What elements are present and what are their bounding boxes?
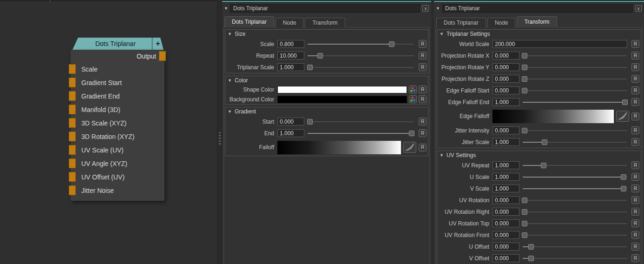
slider-handle[interactable]	[522, 88, 527, 93]
tab-node[interactable]: Node	[487, 18, 516, 27]
slider[interactable]	[523, 87, 627, 94]
group-header[interactable]: ▼ Color	[225, 76, 428, 85]
reset-button[interactable]: R	[631, 196, 639, 204]
color-swatch[interactable]	[277, 86, 407, 93]
value-input[interactable]	[277, 118, 304, 125]
slider[interactable]	[523, 162, 627, 169]
value-input[interactable]	[493, 231, 519, 239]
slider-handle[interactable]	[621, 186, 626, 191]
reset-button[interactable]: R	[419, 86, 427, 93]
dots-triplanar-node[interactable]: Dots Triplanar + Output Scale Gradient S…	[71, 38, 164, 201]
slider-handle[interactable]	[622, 99, 628, 105]
splitter-grip[interactable]	[219, 132, 221, 145]
input-port[interactable]	[69, 158, 76, 168]
input-port[interactable]	[69, 64, 76, 74]
slider-handle[interactable]	[389, 41, 394, 47]
reset-button[interactable]: R	[631, 98, 639, 106]
slider[interactable]	[308, 119, 414, 125]
input-port[interactable]	[69, 91, 76, 101]
curve-editor-icon[interactable]	[403, 142, 416, 153]
collapse-triangle-icon[interactable]: ▼	[434, 6, 442, 11]
color-swatch[interactable]	[277, 96, 407, 103]
slider[interactable]	[523, 76, 627, 82]
reset-button[interactable]: R	[419, 129, 427, 137]
reset-button[interactable]: R	[631, 254, 639, 262]
input-port[interactable]	[69, 118, 76, 128]
output-port[interactable]	[159, 51, 166, 61]
group-header[interactable]: ▼ Size	[225, 30, 428, 38]
reset-button[interactable]: R	[631, 63, 639, 71]
collapse-triangle-icon[interactable]: ▼	[228, 78, 232, 83]
panel-splitter[interactable]	[217, 0, 222, 264]
group-header[interactable]: ▼ Gradient	[225, 107, 428, 116]
slider-handle[interactable]	[542, 139, 547, 145]
slider-handle[interactable]	[522, 76, 527, 82]
node-graph-canvas[interactable]: Dots Triplanar + Output Scale Gradient S…	[0, 3, 217, 264]
slider-handle[interactable]	[522, 198, 527, 203]
value-input[interactable]	[493, 52, 519, 59]
reset-button[interactable]: R	[419, 118, 427, 125]
slider-handle[interactable]	[409, 131, 414, 136]
value-input[interactable]	[493, 40, 627, 48]
slider-handle[interactable]	[522, 209, 527, 215]
value-input[interactable]	[493, 243, 519, 251]
value-input[interactable]	[493, 185, 519, 192]
reset-button[interactable]: R	[419, 144, 427, 152]
tab-transform[interactable]: Transform	[517, 16, 557, 27]
slider[interactable]	[308, 130, 414, 137]
slider-handle[interactable]	[307, 65, 313, 70]
value-input[interactable]	[277, 52, 304, 59]
slider-handle[interactable]	[621, 174, 626, 180]
reset-button[interactable]: R	[631, 86, 639, 94]
reset-button[interactable]: R	[419, 40, 427, 48]
input-port[interactable]	[69, 105, 76, 114]
reset-button[interactable]: R	[631, 185, 639, 192]
reset-button[interactable]: R	[631, 231, 639, 239]
reset-button[interactable]: R	[631, 161, 639, 169]
color-picker-icon[interactable]	[409, 95, 417, 103]
falloff-gradient-bar[interactable]	[277, 141, 401, 154]
reset-button[interactable]: R	[631, 126, 639, 134]
close-icon[interactable]: x	[422, 5, 429, 12]
slider-handle[interactable]	[307, 119, 313, 125]
slider-handle[interactable]	[317, 53, 323, 59]
slider-handle[interactable]	[522, 65, 527, 70]
reset-button[interactable]: R	[631, 75, 639, 83]
falloff-gradient-bar[interactable]	[493, 110, 614, 123]
reset-button[interactable]: R	[631, 208, 639, 216]
slider-handle[interactable]	[541, 163, 546, 168]
slider[interactable]	[523, 185, 627, 192]
slider[interactable]	[523, 220, 627, 227]
reset-button[interactable]: R	[631, 243, 639, 251]
value-input[interactable]	[493, 75, 519, 83]
value-input[interactable]	[493, 173, 519, 181]
tab-dots-triplanar[interactable]: Dots Triplanar	[436, 18, 486, 27]
value-input[interactable]	[277, 63, 304, 71]
reset-button[interactable]: R	[631, 219, 639, 227]
group-header[interactable]: ▼ UV Settings	[437, 151, 641, 159]
slider-handle[interactable]	[522, 53, 527, 59]
collapse-triangle-icon[interactable]: ▼	[228, 109, 232, 114]
reset-button[interactable]: R	[419, 63, 427, 71]
value-input[interactable]	[493, 98, 519, 106]
slider[interactable]	[523, 244, 627, 250]
slider-handle[interactable]	[522, 232, 527, 238]
reset-button[interactable]: R	[631, 138, 639, 146]
add-port-button[interactable]: +	[152, 38, 164, 50]
collapse-triangle-icon[interactable]: ▼	[440, 32, 444, 36]
curve-editor-icon[interactable]	[616, 111, 629, 122]
slider[interactable]	[523, 232, 627, 238]
reset-button[interactable]: R	[631, 112, 639, 120]
slider[interactable]	[523, 255, 627, 262]
slider-handle[interactable]	[522, 128, 527, 133]
color-picker-icon[interactable]	[409, 86, 417, 93]
value-input[interactable]	[493, 161, 519, 169]
value-input[interactable]	[277, 40, 304, 48]
slider[interactable]	[523, 53, 627, 59]
node-header[interactable]: Dots Triplanar +	[72, 38, 164, 50]
slider[interactable]	[523, 209, 627, 215]
input-port[interactable]	[69, 185, 76, 195]
value-input[interactable]	[493, 126, 519, 134]
reset-button[interactable]: R	[419, 52, 427, 59]
close-icon[interactable]: x	[635, 5, 642, 12]
